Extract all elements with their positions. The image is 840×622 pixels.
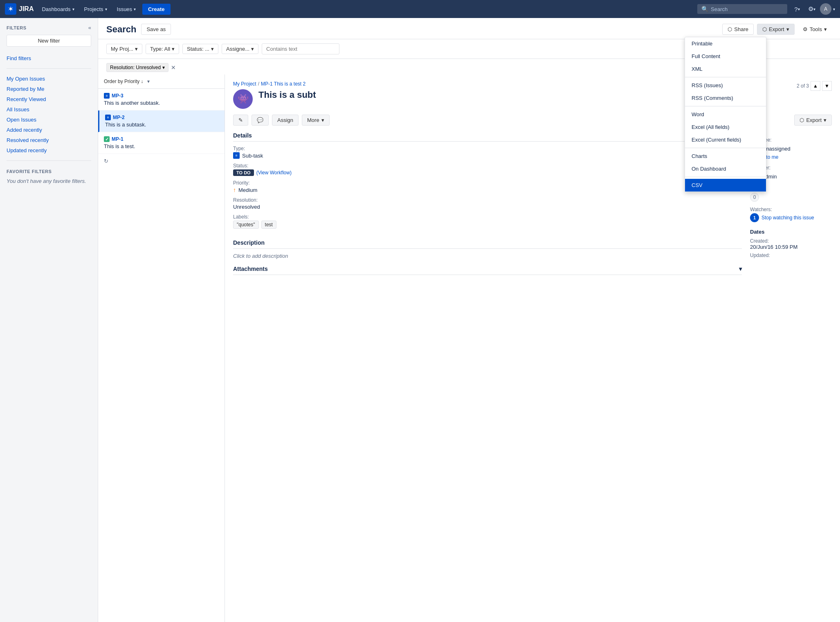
label-quotes: "quotes" xyxy=(233,221,259,229)
sort-icon: ↓ xyxy=(141,79,143,84)
edit-button[interactable]: ✎ xyxy=(233,115,248,126)
sidebar-divider-1 xyxy=(7,68,91,69)
export-word[interactable]: Word xyxy=(685,108,766,121)
user-avatar[interactable]: A xyxy=(820,3,831,15)
story-icon-mp1: ✓ xyxy=(104,136,110,142)
clear-filter-button[interactable]: ✕ xyxy=(171,64,176,71)
label-test: test xyxy=(261,221,276,229)
save-as-button[interactable]: Save as xyxy=(141,24,171,35)
issue-item-mp1[interactable]: ✓ MP-1 This is a test. xyxy=(98,132,225,154)
nav-projects[interactable]: Projects ▾ xyxy=(79,0,112,18)
resolution-value: Unresolved xyxy=(233,204,742,210)
priority-icon: ↑ xyxy=(233,187,236,193)
assign-button[interactable]: Assign xyxy=(272,115,299,126)
logo[interactable]: ✶ JIRA xyxy=(5,3,34,15)
nav-dashboards[interactable]: Dashboards ▾ xyxy=(37,0,79,18)
breadcrumb-project[interactable]: My Project xyxy=(233,81,256,87)
status-filter-chevron-icon: ▾ xyxy=(211,46,214,52)
export-rss-issues[interactable]: RSS (Issues) xyxy=(685,79,766,92)
sidebar-item-reported-by-me[interactable]: Reported by Me xyxy=(0,84,98,94)
dashboards-chevron-icon: ▾ xyxy=(72,7,74,11)
issue-item-mp3[interactable]: ≡ MP-3 This is another subtask. xyxy=(98,89,225,110)
type-filter-chevron-icon: ▾ xyxy=(172,46,175,52)
attachments-chevron-icon: ▾ xyxy=(739,266,742,272)
favorite-filters-empty: You don't have any favorite filters. xyxy=(0,176,98,186)
labels-field: Labels: "quotes" test xyxy=(233,214,742,229)
stop-watching-link[interactable]: Stop watching this issue xyxy=(761,215,814,221)
type-label: Type: xyxy=(233,146,742,151)
header-actions: ⬡ Share ⬡ Export ▾ ⚙ Tools ▾ xyxy=(722,24,832,35)
issue-item-mp2[interactable]: ≡ MP-2 This is a subtask. xyxy=(98,110,225,132)
project-filter[interactable]: My Proj... ▾ xyxy=(106,44,142,54)
issue-list-footer: ↻ xyxy=(98,154,225,168)
tools-icon: ⚙ xyxy=(803,26,808,32)
sidebar-item-open-issues[interactable]: Open Issues xyxy=(0,115,98,125)
resolution-filter-chip[interactable]: Resolution: Unresolved ▾ xyxy=(106,63,168,72)
export-excel-all[interactable]: Excel (All fields) xyxy=(685,121,766,133)
export-full-content[interactable]: Full Content xyxy=(685,50,766,63)
search-input[interactable] xyxy=(711,6,776,12)
sidebar-item-recently-viewed[interactable]: Recently Viewed xyxy=(0,94,98,104)
assignee-filter[interactable]: Assigne... ▾ xyxy=(222,44,258,54)
settings-button[interactable]: ⚙ ▾ xyxy=(805,2,818,16)
export-csv[interactable]: CSV xyxy=(685,179,766,192)
issue-summary-mp3: This is another subtask. xyxy=(104,100,219,106)
created-value: 20/Jun/16 10:59 PM xyxy=(750,244,832,250)
subtask-icon-mp3: ≡ xyxy=(104,93,110,99)
export-excel-current[interactable]: Excel (Current fields) xyxy=(685,133,766,146)
sidebar-item-all-issues[interactable]: All Issues xyxy=(0,104,98,115)
text-search-input[interactable] xyxy=(262,43,339,54)
sidebar-item-resolved-recently[interactable]: Resolved recently xyxy=(0,135,98,145)
sidebar-item-my-open-issues[interactable]: My Open Issues xyxy=(0,74,98,84)
view-workflow-link[interactable]: (View Workflow) xyxy=(256,170,292,176)
type-filter[interactable]: Type: All ▾ xyxy=(146,44,179,54)
projects-chevron-icon: ▾ xyxy=(105,7,107,11)
resolution-field: Resolution: Unresolved xyxy=(233,197,742,210)
create-button[interactable]: Create xyxy=(142,4,170,15)
sidebar-item-updated-recently[interactable]: Updated recently xyxy=(0,145,98,156)
breadcrumb-separator: / xyxy=(258,81,259,87)
nav-icons: ? ▾ ⚙ ▾ A ▾ xyxy=(791,2,835,16)
issue-key-mp3: ≡ MP-3 xyxy=(104,93,219,99)
order-options-button[interactable]: ▾ xyxy=(147,79,150,84)
nav-next-button[interactable]: ▼ xyxy=(822,81,832,91)
created-label: Created: xyxy=(750,238,832,244)
nav-prev-button[interactable]: ▲ xyxy=(811,81,820,91)
subtask-icon-mp2: ≡ xyxy=(105,115,111,120)
watchers-value: 1 Stop watching this issue xyxy=(750,213,832,222)
export-xml[interactable]: XML xyxy=(685,63,766,75)
sidebar-collapse-button[interactable]: « xyxy=(88,25,91,31)
status-filter[interactable]: Status: ... ▾ xyxy=(182,44,218,54)
tools-button[interactable]: ⚙ Tools ▾ xyxy=(798,24,832,34)
dropdown-separator-3 xyxy=(685,148,766,148)
export-button[interactable]: ⬡ Export ▾ xyxy=(757,24,795,35)
breadcrumb-parent[interactable]: MP-1 This is a test 2 xyxy=(261,81,305,87)
avatar-chevron-icon: ▾ xyxy=(833,7,835,11)
nav-issues[interactable]: Issues ▾ xyxy=(112,0,141,18)
watchers-count: 1 xyxy=(750,213,759,222)
description-placeholder[interactable]: Click to add description xyxy=(233,253,742,259)
refresh-icon: ↻ xyxy=(104,158,108,164)
export-rss-comments[interactable]: RSS (Comments) xyxy=(685,92,766,104)
export-on-dashboard[interactable]: On Dashboard xyxy=(685,162,766,175)
priority-field: Priority: ↑ Medium xyxy=(233,180,742,193)
priority-value: ↑ Medium xyxy=(233,187,742,193)
export-charts[interactable]: Charts xyxy=(685,150,766,162)
sidebar-find-filters[interactable]: Find filters xyxy=(0,53,98,63)
global-search[interactable]: 🔍 xyxy=(697,4,787,14)
new-filter-button[interactable]: New filter xyxy=(7,35,91,47)
secondary-export-button[interactable]: ⬡ Export ▾ xyxy=(794,115,832,126)
export-icon: ⬡ xyxy=(762,26,767,32)
export-printable[interactable]: Printable xyxy=(685,37,766,50)
labels-value: "quotes" test xyxy=(233,221,742,229)
share-button[interactable]: ⬡ Share xyxy=(722,24,754,35)
issue-summary-mp1: This is a test. xyxy=(104,143,219,149)
help-button[interactable]: ? ▾ xyxy=(791,2,804,16)
watchers-label: Watchers: xyxy=(750,207,832,212)
resolution-label: Resolution: xyxy=(233,197,742,203)
comment-button[interactable]: 💬 xyxy=(252,115,269,126)
updated-label: Updated: xyxy=(750,252,832,258)
order-by-dropdown[interactable]: Order by Priority ↓ xyxy=(104,79,143,84)
sidebar-item-added-recently[interactable]: Added recently xyxy=(0,125,98,135)
more-button[interactable]: More ▾ xyxy=(302,115,330,126)
